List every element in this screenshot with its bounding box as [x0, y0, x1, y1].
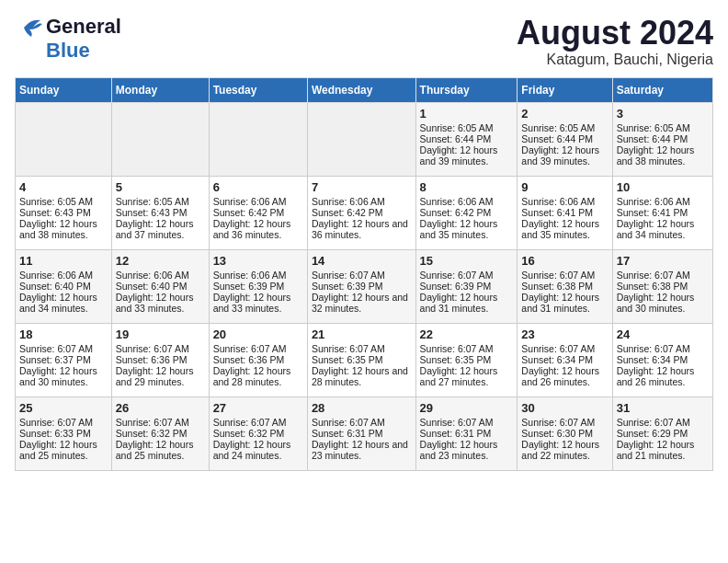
calendar-cell: 24Sunrise: 6:07 AMSunset: 6:34 PMDayligh… — [612, 323, 712, 396]
calendar-cell: 13Sunrise: 6:06 AMSunset: 6:39 PMDayligh… — [209, 249, 307, 323]
day-info: Sunrise: 6:07 AMSunset: 6:39 PMDaylight:… — [312, 270, 412, 314]
day-info: Sunrise: 6:07 AMSunset: 6:31 PMDaylight:… — [420, 417, 514, 461]
logo-text-general: General — [46, 15, 121, 39]
calendar-header-row: Sunday Monday Tuesday Wednesday Thursday… — [16, 77, 713, 102]
day-info: Sunrise: 6:05 AMSunset: 6:43 PMDaylight:… — [19, 196, 108, 240]
calendar-cell: 30Sunrise: 6:07 AMSunset: 6:30 PMDayligh… — [518, 396, 612, 470]
calendar-cell: 15Sunrise: 6:07 AMSunset: 6:39 PMDayligh… — [415, 249, 518, 323]
day-number: 18 — [19, 327, 108, 341]
day-info: Sunrise: 6:06 AMSunset: 6:40 PMDaylight:… — [116, 270, 205, 314]
day-number: 31 — [617, 401, 709, 415]
calendar-cell: 14Sunrise: 6:07 AMSunset: 6:39 PMDayligh… — [307, 249, 415, 323]
day-number: 11 — [19, 254, 108, 268]
logo-icon — [15, 17, 42, 37]
day-info: Sunrise: 6:07 AMSunset: 6:38 PMDaylight:… — [617, 270, 709, 314]
day-number: 13 — [213, 254, 303, 268]
day-number: 28 — [312, 401, 412, 415]
title-area: August 2024 Katagum, Bauchi, Nigeria — [517, 15, 713, 68]
day-info: Sunrise: 6:07 AMSunset: 6:37 PMDaylight:… — [19, 343, 108, 387]
col-friday: Friday — [518, 77, 612, 102]
calendar-cell: 25Sunrise: 6:07 AMSunset: 6:33 PMDayligh… — [16, 396, 112, 470]
calendar-cell: 19Sunrise: 6:07 AMSunset: 6:36 PMDayligh… — [111, 323, 209, 396]
calendar-cell: 2Sunrise: 6:05 AMSunset: 6:44 PMDaylight… — [518, 102, 612, 176]
day-info: Sunrise: 6:05 AMSunset: 6:44 PMDaylight:… — [617, 122, 709, 167]
calendar-cell: 28Sunrise: 6:07 AMSunset: 6:31 PMDayligh… — [307, 396, 415, 470]
calendar-cell: 3Sunrise: 6:05 AMSunset: 6:44 PMDaylight… — [612, 102, 712, 176]
calendar-cell: 20Sunrise: 6:07 AMSunset: 6:36 PMDayligh… — [209, 323, 307, 396]
day-number: 25 — [19, 401, 108, 415]
day-number: 4 — [19, 180, 108, 194]
day-number: 10 — [617, 180, 709, 194]
day-info: Sunrise: 6:07 AMSunset: 6:38 PMDaylight:… — [521, 270, 608, 314]
day-number: 9 — [521, 180, 608, 194]
calendar-week-row: 11Sunrise: 6:06 AMSunset: 6:40 PMDayligh… — [16, 249, 713, 323]
calendar-cell: 16Sunrise: 6:07 AMSunset: 6:38 PMDayligh… — [518, 249, 612, 323]
day-number: 24 — [617, 327, 709, 341]
calendar-cell: 10Sunrise: 6:06 AMSunset: 6:41 PMDayligh… — [612, 176, 712, 249]
calendar-cell: 31Sunrise: 6:07 AMSunset: 6:29 PMDayligh… — [612, 396, 712, 470]
calendar-table: Sunday Monday Tuesday Wednesday Thursday… — [15, 77, 713, 471]
calendar-cell: 18Sunrise: 6:07 AMSunset: 6:37 PMDayligh… — [16, 323, 112, 396]
calendar-cell — [16, 102, 112, 176]
day-info: Sunrise: 6:07 AMSunset: 6:32 PMDaylight:… — [116, 417, 205, 461]
calendar-week-row: 18Sunrise: 6:07 AMSunset: 6:37 PMDayligh… — [16, 323, 713, 396]
logo-text-blue: Blue — [46, 39, 90, 63]
day-info: Sunrise: 6:06 AMSunset: 6:42 PMDaylight:… — [213, 196, 303, 240]
calendar-cell — [111, 102, 209, 176]
day-number: 20 — [213, 327, 303, 341]
day-number: 21 — [312, 327, 412, 341]
calendar-cell: 9Sunrise: 6:06 AMSunset: 6:41 PMDaylight… — [518, 176, 612, 249]
day-info: Sunrise: 6:06 AMSunset: 6:41 PMDaylight:… — [521, 196, 608, 240]
calendar-cell — [209, 102, 307, 176]
calendar-cell: 11Sunrise: 6:06 AMSunset: 6:40 PMDayligh… — [16, 249, 112, 323]
calendar-cell: 1Sunrise: 6:05 AMSunset: 6:44 PMDaylight… — [415, 102, 518, 176]
day-info: Sunrise: 6:06 AMSunset: 6:42 PMDaylight:… — [312, 196, 412, 240]
logo: General Blue — [15, 15, 121, 63]
day-info: Sunrise: 6:06 AMSunset: 6:39 PMDaylight:… — [213, 270, 303, 314]
col-sunday: Sunday — [16, 77, 112, 102]
day-info: Sunrise: 6:07 AMSunset: 6:39 PMDaylight:… — [420, 270, 514, 314]
col-saturday: Saturday — [612, 77, 712, 102]
day-number: 22 — [420, 327, 514, 341]
calendar-cell: 27Sunrise: 6:07 AMSunset: 6:32 PMDayligh… — [209, 396, 307, 470]
day-number: 14 — [312, 254, 412, 268]
calendar-cell: 22Sunrise: 6:07 AMSunset: 6:35 PMDayligh… — [415, 323, 518, 396]
day-number: 17 — [617, 254, 709, 268]
day-info: Sunrise: 6:05 AMSunset: 6:43 PMDaylight:… — [116, 196, 205, 240]
calendar-cell: 23Sunrise: 6:07 AMSunset: 6:34 PMDayligh… — [518, 323, 612, 396]
day-info: Sunrise: 6:07 AMSunset: 6:35 PMDaylight:… — [312, 343, 412, 387]
col-monday: Monday — [111, 77, 209, 102]
calendar-cell: 5Sunrise: 6:05 AMSunset: 6:43 PMDaylight… — [111, 176, 209, 249]
day-info: Sunrise: 6:07 AMSunset: 6:33 PMDaylight:… — [19, 417, 108, 461]
page-title: August 2024 — [517, 15, 713, 52]
day-info: Sunrise: 6:07 AMSunset: 6:31 PMDaylight:… — [312, 417, 412, 461]
day-number: 1 — [420, 107, 514, 121]
day-number: 30 — [521, 401, 608, 415]
day-number: 3 — [617, 107, 709, 121]
day-info: Sunrise: 6:05 AMSunset: 6:44 PMDaylight:… — [420, 122, 514, 167]
calendar-cell: 29Sunrise: 6:07 AMSunset: 6:31 PMDayligh… — [415, 396, 518, 470]
day-number: 23 — [521, 327, 608, 341]
day-info: Sunrise: 6:07 AMSunset: 6:32 PMDaylight:… — [213, 417, 303, 461]
header: General Blue August 2024 Katagum, Bauchi… — [15, 15, 713, 68]
day-number: 15 — [420, 254, 514, 268]
day-number: 7 — [312, 180, 412, 194]
day-info: Sunrise: 6:06 AMSunset: 6:42 PMDaylight:… — [420, 196, 514, 240]
calendar-cell: 8Sunrise: 6:06 AMSunset: 6:42 PMDaylight… — [415, 176, 518, 249]
calendar-cell: 6Sunrise: 6:06 AMSunset: 6:42 PMDaylight… — [209, 176, 307, 249]
calendar-cell: 17Sunrise: 6:07 AMSunset: 6:38 PMDayligh… — [612, 249, 712, 323]
calendar-cell — [307, 102, 415, 176]
calendar-week-row: 4Sunrise: 6:05 AMSunset: 6:43 PMDaylight… — [16, 176, 713, 249]
day-info: Sunrise: 6:05 AMSunset: 6:44 PMDaylight:… — [521, 122, 608, 167]
day-number: 8 — [420, 180, 514, 194]
col-tuesday: Tuesday — [209, 77, 307, 102]
col-wednesday: Wednesday — [307, 77, 415, 102]
calendar-cell: 26Sunrise: 6:07 AMSunset: 6:32 PMDayligh… — [111, 396, 209, 470]
col-thursday: Thursday — [415, 77, 518, 102]
page-subtitle: Katagum, Bauchi, Nigeria — [517, 52, 713, 68]
calendar-week-row: 25Sunrise: 6:07 AMSunset: 6:33 PMDayligh… — [16, 396, 713, 470]
day-number: 16 — [521, 254, 608, 268]
calendar-week-row: 1Sunrise: 6:05 AMSunset: 6:44 PMDaylight… — [16, 102, 713, 176]
day-info: Sunrise: 6:07 AMSunset: 6:29 PMDaylight:… — [617, 417, 709, 461]
day-number: 5 — [116, 180, 205, 194]
